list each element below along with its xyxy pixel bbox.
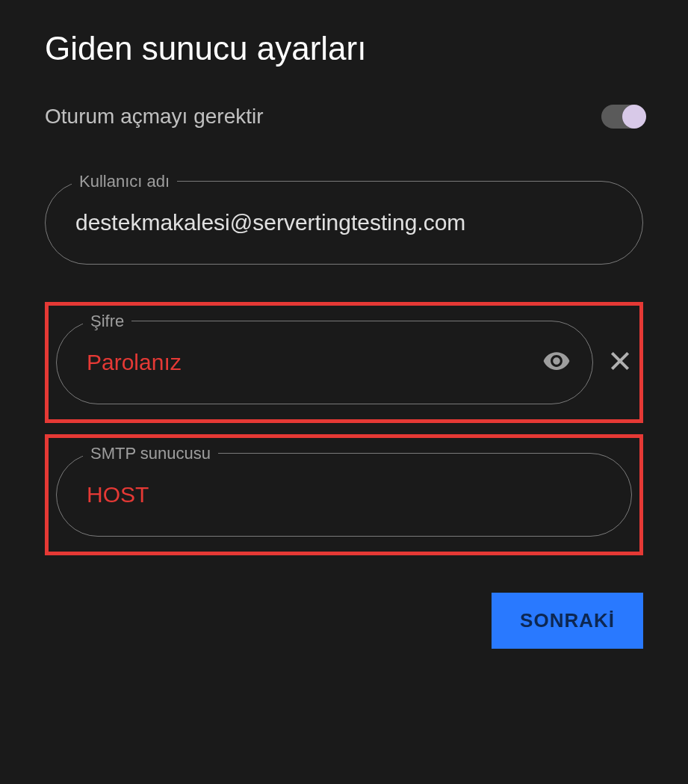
button-row: SONRAKİ (45, 593, 643, 649)
smtp-input[interactable]: HOST (56, 453, 632, 537)
password-highlight-box: Şifre Parolanız (45, 302, 643, 423)
smtp-field-label: SMTP sunucusu (83, 444, 218, 463)
toggle-knob (622, 105, 646, 129)
page-title: Giden sunucu ayarları (45, 30, 643, 67)
password-input[interactable]: Parolanız (56, 321, 593, 404)
require-login-row: Oturum açmayı gerektir (45, 105, 643, 129)
username-field-label: Kullanıcı adı (72, 172, 177, 191)
username-field-group: Kullanıcı adı destekmakalesi@servertingt… (45, 181, 643, 265)
require-login-toggle[interactable] (601, 105, 643, 129)
eye-icon[interactable] (542, 347, 571, 378)
username-input[interactable]: destekmakalesi@servertingtesting.com (45, 181, 643, 265)
require-login-label: Oturum açmayı gerektir (45, 105, 264, 129)
close-icon[interactable] (608, 349, 632, 376)
next-button[interactable]: SONRAKİ (492, 593, 643, 649)
password-field-label: Şifre (83, 312, 131, 331)
smtp-highlight-box: SMTP sunucusu HOST (45, 434, 643, 555)
